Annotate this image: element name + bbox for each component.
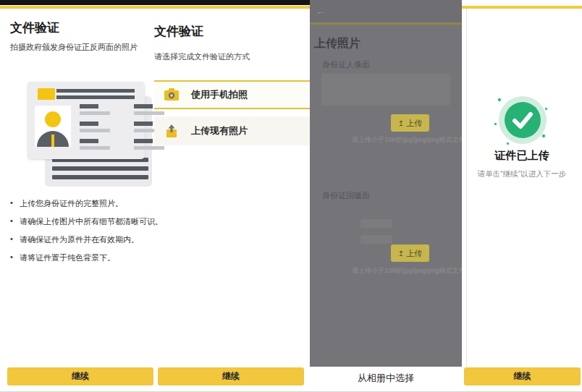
option-upload-existing[interactable]: 上传现有照片 bbox=[154, 116, 310, 145]
sparkle-dot bbox=[497, 98, 502, 102]
id-front-upload-hint: 请上传小于10M的jpg/jpeg/png格式文件 bbox=[352, 135, 462, 145]
id-back-section-label: 身份证国徽面 bbox=[322, 190, 370, 201]
method-continue-button[interactable]: 继续 bbox=[158, 367, 304, 385]
option-take-photo[interactable]: 使用手机拍照 bbox=[154, 80, 310, 109]
upload-arrow-icon: ↥ bbox=[398, 250, 404, 257]
id-front-upload-button[interactable]: ↥ 上传 bbox=[391, 114, 429, 132]
id-back-upload-button[interactable]: ↥ 上传 bbox=[391, 244, 429, 262]
document-verification-screens: 文件验证 拍摄政府颁发身份证正反两面的照片 bbox=[0, 0, 582, 392]
album-picker-bar: 从相册中选择 bbox=[310, 367, 462, 392]
guideline-item: 上传您身份证件的完整照片。 bbox=[10, 198, 163, 209]
intro-page-subtitle: 拍摄政府颁发身份证正反两面的照片 bbox=[10, 42, 138, 53]
choose-from-album-button[interactable]: 从相册中选择 bbox=[358, 372, 414, 385]
sparkle-dot bbox=[494, 122, 497, 125]
method-page-title: 文件验证 bbox=[154, 23, 203, 40]
id-back-upload-hint: 请上传小于10M的jpg/jpeg/png格式文件 bbox=[352, 266, 462, 276]
guideline-item: 请将证件置于纯色背景下。 bbox=[10, 252, 163, 263]
camera-icon bbox=[164, 88, 179, 101]
overlay-top-bar bbox=[310, 0, 462, 22]
guideline-item: 请确保上传图片中所有细节都清晰可识。 bbox=[10, 216, 163, 227]
guideline-item: 请确保证件为原件并在有效期内。 bbox=[10, 234, 163, 245]
id-front-section-label: 身份证人像面 bbox=[322, 59, 370, 70]
option-label: 使用手机拍照 bbox=[191, 88, 248, 101]
success-subtitle: 请单击“继续”以进入下一步 bbox=[462, 169, 582, 179]
card-photo bbox=[35, 106, 71, 147]
back-arrow-icon[interactable]: ← bbox=[316, 6, 325, 17]
top-black-bar bbox=[0, 0, 310, 5]
upload-icon bbox=[164, 124, 179, 137]
top-accent-line-left bbox=[0, 6, 310, 9]
check-icon bbox=[505, 102, 541, 138]
intro-page-title: 文件验证 bbox=[10, 20, 59, 36]
id-card-illustration bbox=[10, 74, 152, 188]
sparkle-dot bbox=[541, 134, 546, 138]
upload-photos-panel: ← 上传照片 身份证人像面 ↥ 上传 请上传小于10M的jpg/jpeg/png… bbox=[310, 0, 462, 367]
option-label: 上传现有照片 bbox=[191, 124, 248, 137]
top-accent-line-right bbox=[462, 6, 582, 9]
id-card-front bbox=[28, 82, 145, 159]
card-logo-mark bbox=[38, 88, 55, 100]
upload-arrow-icon: ↥ bbox=[398, 119, 404, 127]
success-continue-button[interactable]: 继续 bbox=[464, 367, 581, 385]
success-title: 证件已上传 bbox=[462, 149, 582, 163]
sparkle-dot bbox=[544, 107, 547, 110]
upload-page-title: 上传照片 bbox=[314, 36, 360, 51]
avatar bbox=[45, 111, 61, 127]
intro-continue-button[interactable]: 继续 bbox=[7, 367, 153, 385]
id-front-preview-area bbox=[321, 74, 450, 106]
method-page-subtitle: 请选择完成文件验证的方式 bbox=[154, 51, 250, 62]
panel-divider bbox=[466, 9, 467, 367]
upload-guidelines-list: 上传您身份证件的完整照片。 请确保上传图片中所有细节都清晰可识。 请确保证件为原… bbox=[10, 198, 163, 270]
overlay-accent-line bbox=[310, 22, 462, 25]
sparkle-dot bbox=[506, 142, 509, 145]
